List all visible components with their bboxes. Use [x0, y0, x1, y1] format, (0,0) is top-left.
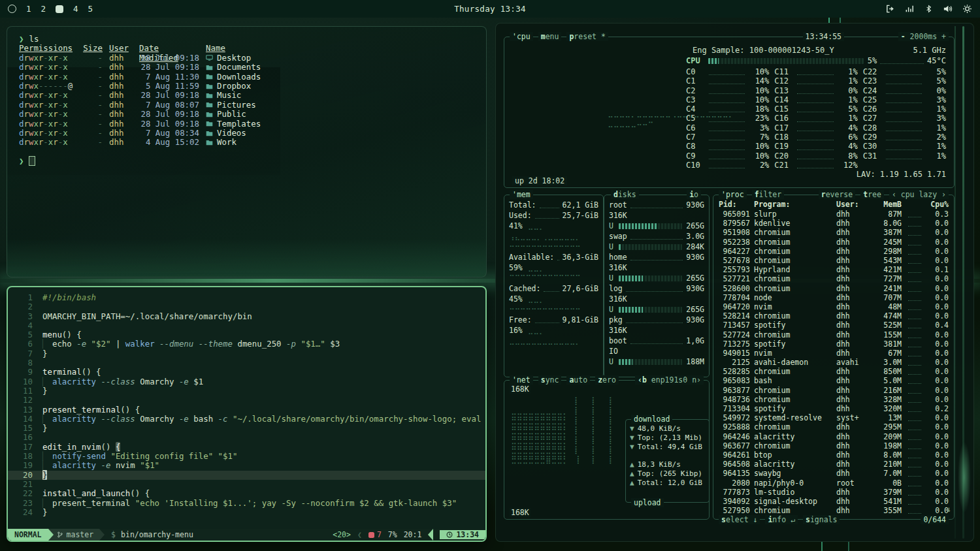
proc-column-header[interactable]: Pid: — [719, 200, 750, 209]
workspace-active-indicator[interactable] — [56, 5, 63, 13]
update-interval-control[interactable]: - 2000ms + — [898, 32, 949, 41]
process-row[interactable]: 964135swaybgdhh7.0M0.0 — [713, 469, 954, 478]
process-row[interactable]: 963677chromiumdhh198M0.0 — [713, 441, 954, 450]
code-line[interactable]: 20} — [8, 471, 485, 480]
process-row[interactable]: 925888chromiumdhh295M0.0 — [713, 422, 954, 432]
code-line[interactable]: 2 — [8, 302, 485, 311]
net-sync-toggle[interactable]: sync — [538, 375, 562, 385]
workspace-button-1[interactable]: 1 — [26, 4, 31, 14]
process-row[interactable]: 528285chromiumdhh850M0.0 — [713, 367, 954, 376]
code-line[interactable]: 14▏ alacritty --class Omarchy -e bash -c… — [8, 415, 485, 424]
cpu-usage-meter — [708, 58, 864, 64]
proc-filter-button[interactable]: filter — [752, 190, 785, 199]
process-row[interactable]: 963877chromiumdhh216M0.0 — [713, 386, 954, 395]
editor-buffer[interactable]: 1#!/bin/bash23OMARCHY_BIN_PATH=~/.local/… — [8, 287, 485, 517]
net-interface-selector[interactable]: ‹b enp191s0 n› — [635, 375, 704, 385]
shell-prompt[interactable]: ❯ — [19, 157, 486, 166]
code-line[interactable]: 9terminal() { — [8, 368, 485, 377]
process-row[interactable]: 952238chromiumdhh245M0.0 — [713, 238, 954, 247]
info-button[interactable]: info ↵ — [765, 515, 798, 524]
process-row[interactable]: 951908chromiumdhh387M0.0 — [713, 228, 954, 237]
code-line[interactable]: 18▏ notify-send "Editing config file" "$… — [8, 452, 485, 461]
process-row[interactable]: 964720nvimdhh48M0.0 — [713, 302, 954, 311]
code-line[interactable]: 7} — [8, 349, 485, 358]
scroll-down-indicator[interactable]: ↓ — [947, 505, 951, 514]
code-line[interactable]: 12 — [8, 396, 485, 405]
code-line[interactable]: 15} — [8, 424, 485, 433]
process-row[interactable]: 527950chromiumdhh355M0.0 — [713, 506, 954, 515]
code-line[interactable]: 11} — [8, 386, 485, 396]
leader — [880, 57, 924, 64]
process-row[interactable]: 527721chromiumdhh727M0.0 — [713, 274, 954, 283]
process-row[interactable]: 713275spotifydhh381M0.0 — [713, 339, 954, 349]
code-line[interactable]: 10▏ alacritty --class Omarchy -e $1 — [8, 377, 485, 386]
process-row[interactable]: 528214chromiumdhh474M0.0 — [713, 311, 954, 321]
process-row[interactable]: 394092signal-desktopdhh541M0.0 — [713, 497, 954, 506]
btop-preset-button[interactable]: preset * — [566, 32, 608, 41]
process-row[interactable]: 527678chromiumdhh543M0.0 — [713, 256, 954, 265]
process-row[interactable]: 964227chromiumdhh298M0.0 — [713, 247, 954, 256]
memory-stats: Total:62,1 GiBUsed:25,7-GiB41%⣀⣀⡀⢠⣄⣀⣀⣀⡀⢀… — [504, 195, 603, 346]
code-line[interactable]: 22install_and_launch() { — [8, 489, 485, 498]
process-row[interactable]: 948736chromiumdhh328M0.0 — [713, 395, 954, 404]
process-row[interactable]: 964508alacrittydhh210M0.0 — [713, 460, 954, 469]
net-auto-toggle[interactable]: auto — [566, 375, 590, 385]
code-line[interactable]: 21 — [8, 480, 485, 489]
proc-column-header[interactable]: Cpu% — [928, 200, 949, 209]
workspace-button-4[interactable]: 4 — [73, 4, 78, 14]
proc-column-header[interactable]: Program: — [754, 200, 832, 209]
code-line[interactable]: 8 — [8, 358, 485, 368]
process-row[interactable]: 549972systemd-resolvesyst+13M0.0 — [713, 413, 954, 422]
btop-menu-button[interactable]: menu — [538, 32, 562, 41]
process-row[interactable]: 965091slurpdhh87M0.3 — [713, 210, 954, 219]
ls-output: drwxr-xr-x-dhh28 Jul 09:18Desktopdrwxr-x… — [19, 54, 486, 148]
signals-button[interactable]: signals — [803, 515, 840, 524]
select-button[interactable]: select ↓ — [719, 515, 760, 524]
code-line[interactable]: 6▏ echo -e "$2" | walker --dmenu --theme… — [8, 339, 485, 349]
code-line[interactable]: 5menu() { — [8, 330, 485, 339]
process-row[interactable]: 2125avahi-daemonavahi3.0M0.0 — [713, 358, 954, 367]
bar-clock: Thursday 13:34 — [454, 4, 526, 14]
code-line[interactable]: 19▏ alacritty -e nvim "$1" — [8, 461, 485, 470]
code-line[interactable]: 16 — [8, 433, 485, 442]
proc-tree-toggle[interactable]: tree — [860, 190, 884, 199]
code-line[interactable]: 24} — [8, 508, 485, 517]
workspace-button-5[interactable]: 5 — [88, 4, 93, 14]
disk-row: 316K — [604, 294, 709, 304]
process-row[interactable]: 965083bashdhh5.0M0.0 — [713, 376, 954, 385]
proc-reverse-toggle[interactable]: reverse — [819, 190, 855, 199]
process-row[interactable]: 949015nvimdhh67M0.0 — [713, 349, 954, 358]
bluetooth-icon[interactable] — [924, 4, 933, 14]
process-row[interactable]: 2080napi/phy0-0root0B0.0 — [713, 478, 954, 487]
code-line[interactable]: 1#!/bin/bash — [8, 293, 485, 302]
network-icon[interactable] — [905, 4, 915, 14]
mem-row: Available:36,3-GiB — [504, 252, 603, 262]
code-line[interactable]: 4 — [8, 321, 485, 330]
process-row[interactable]: 964261btopdhh8.0M0.0 — [713, 450, 954, 460]
process-row[interactable]: 778704nodedhh707M0.0 — [713, 293, 954, 302]
settings-gear-icon[interactable] — [962, 4, 972, 14]
proc-column-header[interactable]: User: — [836, 200, 866, 209]
process-row[interactable]: 777873lm-studiodhh379M0.0 — [713, 488, 954, 497]
workspace-button-2[interactable]: 2 — [41, 4, 46, 14]
process-row[interactable]: 528600chromiumdhh241M0.0 — [713, 284, 954, 293]
code-line[interactable]: 23▏ present_terminal "echo 'Installing $… — [8, 499, 485, 508]
volume-icon[interactable] — [943, 4, 953, 14]
proc-sort-selector[interactable]: ‹ cpu lazy › — [889, 190, 949, 199]
process-row[interactable]: 255793Hyprlanddhh421M0.1 — [713, 265, 954, 274]
process-row[interactable]: 713304spotifydhh320M0.2 — [713, 404, 954, 413]
code-line[interactable]: 3OMARCHY_BIN_PATH=~/.local/share/omarchy… — [8, 312, 485, 321]
omarchy-logo-icon[interactable] — [8, 5, 16, 13]
process-row[interactable]: 527724chromiumdhh155M0.0 — [713, 330, 954, 339]
process-row[interactable]: 713457spotifydhh525M0.4 — [713, 321, 954, 330]
logout-icon[interactable] — [885, 4, 895, 14]
code-line[interactable]: 17edit_in_nvim() { — [8, 443, 485, 452]
io-mode-toggle[interactable]: io — [687, 190, 701, 199]
net-zero-toggle[interactable]: zero — [595, 375, 619, 385]
disks-box-title[interactable]: disks — [611, 190, 639, 199]
process-row[interactable]: 879567kdenlivedhh8.0G0.0 — [713, 219, 954, 228]
code-line[interactable]: 13present_terminal() { — [8, 405, 485, 415]
proc-column-header[interactable]: MemB — [870, 200, 902, 209]
line-number: 23 — [8, 499, 33, 508]
process-row[interactable]: 964246alacrittydhh209M0.0 — [713, 432, 954, 441]
